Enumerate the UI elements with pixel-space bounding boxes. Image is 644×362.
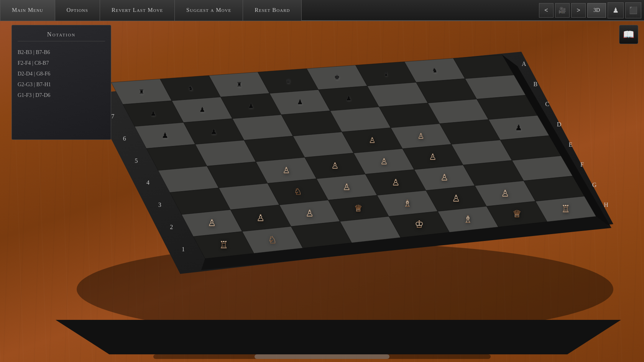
board-theme-icon: ⬛	[629, 6, 637, 15]
svg-text:♙: ♙	[380, 157, 388, 166]
svg-text:♚: ♚	[334, 74, 340, 80]
board-bottom-face	[56, 320, 621, 354]
notation-title: Notation	[18, 31, 105, 41]
svg-text:5: 5	[135, 157, 138, 164]
svg-text:♝: ♝	[383, 70, 389, 77]
svg-text:1: 1	[182, 246, 185, 252]
svg-text:♙: ♙	[392, 178, 400, 187]
svg-text:4: 4	[146, 179, 150, 186]
svg-text:♟: ♟	[150, 110, 156, 117]
notation-move-3: D2-D4 | G8-F6	[18, 69, 105, 79]
notation-move-1: B2-B3 | B7-B6	[18, 47, 105, 58]
svg-text:C: C	[545, 101, 549, 107]
svg-text:♟: ♟	[210, 128, 217, 136]
svg-text:♗: ♗	[403, 198, 412, 208]
svg-text:♜: ♜	[139, 88, 144, 95]
main-menu-button[interactable]: Main Menu	[0, 0, 55, 21]
svg-text:♙: ♙	[417, 132, 424, 140]
scrollbar-thumb	[255, 354, 389, 359]
svg-text:♟: ♟	[162, 131, 168, 139]
svg-text:♕: ♕	[354, 203, 363, 213]
next-nav-button[interactable]: >	[571, 3, 586, 18]
camera-button[interactable]: 🎥	[555, 3, 570, 18]
svg-text:♟: ♟	[248, 102, 254, 110]
svg-text:♖: ♖	[219, 239, 228, 251]
svg-text:♕: ♕	[513, 208, 521, 219]
player-icon-button[interactable]: ♟	[608, 2, 624, 18]
svg-text:♙: ♙	[440, 173, 449, 182]
svg-text:♜: ♜	[237, 81, 242, 88]
svg-text:♙: ♙	[501, 188, 509, 198]
svg-text:♖: ♖	[561, 203, 570, 215]
prev-nav-button[interactable]: <	[539, 3, 554, 18]
svg-text:♙: ♙	[331, 161, 339, 170]
svg-text:2: 2	[170, 224, 173, 230]
svg-text:E: E	[568, 141, 572, 148]
svg-text:6: 6	[123, 135, 126, 142]
svg-text:H: H	[604, 201, 608, 208]
revert-last-move-button[interactable]: Revert Last Move	[100, 0, 175, 21]
svg-text:♙: ♙	[256, 213, 265, 223]
svg-text:♙: ♙	[369, 136, 376, 144]
svg-text:♘: ♘	[294, 187, 302, 197]
board-theme-button[interactable]: ⬛	[625, 2, 641, 18]
book-icon: 📖	[623, 29, 634, 40]
svg-text:♞: ♞	[432, 67, 437, 74]
bottom-scrollbar[interactable]	[153, 354, 491, 359]
menu-bar: Main Menu Options Revert Last Move Sugge…	[0, 0, 644, 21]
notation-move-4: G2-G3 | B7-H1	[18, 79, 105, 90]
svg-text:♙: ♙	[452, 193, 460, 203]
reset-board-button[interactable]: Reset Board	[243, 0, 302, 21]
svg-text:♛: ♛	[286, 78, 291, 84]
svg-text:♟: ♟	[199, 106, 205, 113]
notation-move-5: G1-F3 | D7-D6	[18, 90, 105, 101]
options-button[interactable]: Options	[55, 0, 100, 21]
svg-text:G: G	[592, 182, 597, 188]
suggest-move-button[interactable]: Suggest a Move	[175, 0, 243, 21]
svg-text:♞: ♞	[188, 85, 193, 91]
svg-text:♙: ♙	[429, 152, 437, 162]
notation-move-2: F2-F4 | C8-B7	[18, 58, 105, 69]
3d-view-button[interactable]: 3D	[587, 3, 606, 18]
svg-text:F: F	[580, 161, 584, 168]
svg-text:♟: ♟	[297, 98, 303, 106]
svg-text:A: A	[522, 61, 526, 67]
svg-text:♗: ♗	[463, 214, 472, 225]
book-icon-button[interactable]: 📖	[619, 25, 638, 44]
svg-text:B: B	[534, 81, 538, 87]
svg-text:♟: ♟	[346, 95, 352, 102]
svg-text:3: 3	[158, 201, 161, 208]
menu-right-controls: < 🎥 > 3D ♟ ⬛	[538, 2, 644, 18]
svg-text:7: 7	[111, 113, 114, 120]
svg-text:♙: ♙	[306, 208, 314, 218]
svg-text:♔: ♔	[415, 219, 424, 230]
svg-text:♟: ♟	[515, 123, 522, 132]
svg-text:♙: ♙	[208, 218, 216, 228]
svg-text:♙: ♙	[343, 182, 351, 192]
svg-text:♘: ♘	[268, 234, 277, 246]
player-icon: ♟	[613, 6, 619, 15]
camera-icon: 🎥	[559, 7, 566, 14]
svg-text:D: D	[557, 121, 562, 128]
notation-panel: Notation B2-B3 | B7-B6 F2-F4 | C8-B7 D2-…	[12, 25, 111, 140]
svg-text:♙: ♙	[283, 165, 290, 175]
